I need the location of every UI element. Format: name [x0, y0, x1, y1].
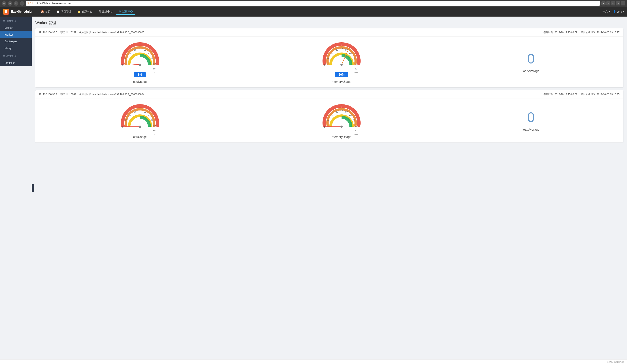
nav-project-label: 项目管理: [61, 10, 71, 13]
worker2-times: 创建时间: 2019-10-19 15:09:59 最后心跳时间: 2019-1…: [543, 93, 620, 96]
worker2-cpu-gauge: 0 10 20 30 40 50 60 70 80 90 100: [119, 102, 161, 139]
svg-text:60: 60: [349, 52, 352, 54]
app-title: EasyScheduler: [11, 10, 33, 13]
worker1-info: IP: 192.168.33.6 进程pid: 28159 zk注册目录: /e…: [39, 31, 144, 34]
sidebar-item-zookeeper[interactable]: Zookeeper: [0, 38, 32, 45]
svg-text:0: 0: [122, 126, 123, 128]
lang-label: 中文: [603, 10, 608, 13]
user-label: yore: [617, 10, 622, 13]
worker1-memory-gauge: 0 10 20 30 40 50 60 70 80 90 100: [321, 40, 362, 84]
nav-resource[interactable]: 📁 资源中心: [75, 9, 95, 14]
main-content: Worker 管理 IP: 192.168.33.6 进程pid: 28159 …: [32, 17, 627, 360]
ext3-button[interactable]: ⬇: [616, 1, 620, 5]
svg-text:100: 100: [354, 133, 358, 136]
svg-text:10: 10: [125, 57, 127, 59]
worker2-pid: 进程pid: 15947: [60, 93, 76, 96]
url-text: cdh2:8888/#/monitor/servers/worker: [35, 2, 71, 5]
svg-text:100: 100: [153, 71, 156, 74]
nav-right: 中文 ▾ 👤 yore ▾: [603, 10, 624, 13]
worker2-memory-gauge: 0 10 20 30 40 50 60 70 80 90 100: [321, 102, 362, 139]
sidebar-item-master[interactable]: Master: [0, 24, 32, 31]
browser-bar: ← → ↻ ⌂ 不安全 cdh2:8888/#/monitor/servers/…: [0, 0, 627, 7]
worker1-cpu-label: cpuUsage: [133, 80, 147, 84]
svg-text:50: 50: [345, 49, 348, 51]
worker1-times: 创建时间: 2019-10-19 15:09:59 最后心跳时间: 2019-1…: [543, 31, 620, 34]
worker1-load-container: 0 loadAverage: [522, 51, 539, 73]
svg-text:80: 80: [355, 125, 357, 127]
svg-point-38: [139, 126, 141, 128]
resource-icon: 📁: [77, 10, 81, 13]
nav-monitor-label: 监控中心: [122, 10, 133, 13]
svg-text:40: 40: [340, 109, 343, 112]
worker1-memory-value: 60%: [335, 72, 348, 77]
svg-text:80: 80: [355, 63, 357, 65]
sidebar-group-service: ☰ 服务管理: [0, 17, 32, 24]
svg-text:80: 80: [153, 63, 156, 65]
sidebar-item-statistics[interactable]: Statistics: [0, 59, 32, 66]
worker1-header: IP: 192.168.33.6 进程pid: 28159 zk注册目录: /e…: [35, 28, 623, 37]
worker1-pid: 进程pid: 28159: [60, 31, 76, 34]
user-icon: 👤: [613, 10, 616, 13]
worker2-cpu-label: cpuUsage: [133, 135, 147, 139]
nav-data-label: 数据中心: [102, 10, 112, 13]
logo-area: E EasyScheduler: [3, 9, 33, 15]
worker2-info: IP: 192.168.33.9 进程pid: 15947 zk注册目录: /e…: [39, 93, 144, 96]
nav-project[interactable]: 📋 项目管理: [54, 9, 74, 14]
back-button[interactable]: ←: [2, 1, 6, 6]
sidebar-collapse-button[interactable]: ‹: [32, 184, 34, 192]
worker1-load-value: 0: [527, 51, 535, 66]
sidebar: ☰ 服务管理 Master Worker Zookeeper Mysql ☰ 统…: [0, 17, 32, 66]
nav-monitor[interactable]: 🖥 监控中心: [116, 9, 136, 15]
sidebar-item-worker[interactable]: Worker: [0, 31, 32, 38]
top-nav: E EasyScheduler 🏠 首页 📋 项目管理 📁 资源中心 🗄 数据中…: [0, 7, 627, 17]
app: E EasyScheduler 🏠 首页 📋 项目管理 📁 资源中心 🗄 数据中…: [0, 7, 627, 364]
refresh-button[interactable]: ↻: [14, 1, 18, 6]
nav-items: 🏠 首页 📋 项目管理 📁 资源中心 🗄 数据中心 🖥 监控中心: [38, 9, 603, 15]
worker2-load-label: loadAverage: [522, 128, 539, 131]
worker1-cpu-value: 8%: [134, 72, 146, 77]
svg-text:40: 40: [139, 48, 141, 50]
svg-text:10: 10: [326, 57, 329, 59]
worker1-memory-label: memoryUsage: [332, 80, 351, 84]
nav-data[interactable]: 🗄 数据中心: [96, 9, 115, 14]
svg-text:90: 90: [153, 68, 156, 70]
svg-point-51: [340, 126, 343, 128]
svg-text:0: 0: [324, 126, 325, 128]
nav-home[interactable]: 🏠 首页: [38, 9, 53, 14]
worker2-load-container: 0 loadAverage: [522, 109, 539, 131]
svg-text:70: 70: [151, 57, 153, 59]
svg-text:20: 20: [129, 52, 131, 54]
sidebar-wrapper: ☰ 服务管理 Master Worker Zookeeper Mysql ☰ 统…: [0, 17, 32, 360]
svg-text:60: 60: [349, 114, 352, 116]
forward-button[interactable]: →: [8, 1, 12, 6]
svg-text:40: 40: [139, 109, 141, 112]
language-selector[interactable]: 中文 ▾: [603, 10, 610, 13]
worker1-ip: IP: 192.168.33.6: [39, 31, 57, 34]
svg-text:70: 70: [353, 119, 355, 121]
ext2-button[interactable]: 🔌: [611, 1, 615, 5]
menu-button[interactable]: ⋮: [621, 1, 625, 5]
home-button[interactable]: ⌂: [20, 1, 24, 6]
security-warning: 不安全: [27, 2, 34, 5]
svg-text:70: 70: [151, 119, 153, 121]
svg-text:10: 10: [125, 119, 127, 121]
svg-text:30: 30: [134, 111, 136, 113]
worker2-cpu-svg: 0 10 20 30 40 50 60 70 80 90 100: [119, 102, 161, 132]
user-menu[interactable]: 👤 yore ▾: [613, 10, 624, 13]
ext1-button[interactable]: ⚙: [606, 1, 610, 5]
worker-card-1: IP: 192.168.33.6 进程pid: 28159 zk注册目录: /e…: [35, 28, 623, 87]
browser-actions: ★ ⚙ 🔌 ⬇ ⋮: [601, 1, 625, 5]
svg-text:100: 100: [354, 71, 358, 74]
worker1-created: 创建时间: 2019-10-19 15:09:59: [543, 31, 577, 34]
nav-home-label: 首页: [45, 10, 51, 13]
url-bar[interactable]: 不安全 cdh2:8888/#/monitor/servers/worker: [26, 1, 600, 6]
project-icon: 📋: [56, 10, 60, 13]
logo-icon: E: [3, 9, 9, 15]
worker2-memory-label: memoryUsage: [332, 135, 351, 139]
star-button[interactable]: ★: [601, 1, 606, 5]
svg-text:20: 20: [331, 114, 333, 116]
main-area: ☰ 服务管理 Master Worker Zookeeper Mysql ☰ 统…: [0, 17, 627, 360]
sidebar-item-mysql[interactable]: Mysql: [0, 45, 32, 52]
svg-text:20: 20: [129, 114, 131, 116]
svg-text:60: 60: [148, 114, 150, 116]
